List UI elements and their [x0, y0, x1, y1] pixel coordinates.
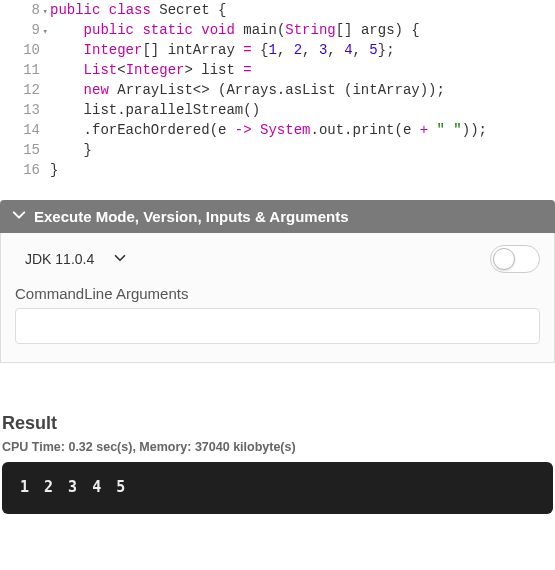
line-number: 12 [0, 80, 40, 100]
console-output: 1 2 3 4 5 [2, 462, 553, 514]
chevron-down-icon [12, 208, 26, 225]
code-line[interactable]: List<Integer> list = [50, 60, 555, 80]
code-line[interactable]: public class Secret { [50, 0, 555, 20]
result-meta: CPU Time: 0.32 sec(s), Memory: 37040 kil… [2, 440, 553, 454]
code-line[interactable]: Integer[] intArray = {1, 2, 3, 4, 5}; [50, 40, 555, 60]
line-number: 13 [0, 100, 40, 120]
code-area[interactable]: public class Secret { public static void… [50, 0, 555, 180]
jdk-version-dropdown[interactable]: JDK 11.0.4 [15, 247, 132, 271]
code-line[interactable]: } [50, 160, 555, 180]
line-number: 9▾ [0, 20, 40, 40]
code-editor[interactable]: 8▾9▾10111213141516 public class Secret {… [0, 0, 555, 180]
code-line[interactable]: public static void main(String[] args) { [50, 20, 555, 40]
line-number: 15 [0, 140, 40, 160]
result-title: Result [2, 413, 553, 434]
code-line[interactable]: new ArrayList<> (Arrays.asList (intArray… [50, 80, 555, 100]
line-number: 11 [0, 60, 40, 80]
execute-panel-body: JDK 11.0.4 CommandLine Arguments [0, 233, 555, 363]
args-field-label: CommandLine Arguments [15, 285, 540, 302]
toggle-knob [493, 248, 515, 270]
execute-panel-title: Execute Mode, Version, Inputs & Argument… [34, 208, 349, 225]
code-line[interactable]: .forEachOrdered(e -> System.out.print(e … [50, 120, 555, 140]
chevron-down-icon [114, 251, 126, 267]
code-line[interactable]: } [50, 140, 555, 160]
fold-marker-icon[interactable]: ▾ [43, 22, 48, 42]
commandline-arguments-input[interactable] [15, 308, 540, 344]
execute-panel-header[interactable]: Execute Mode, Version, Inputs & Argument… [0, 200, 555, 233]
line-number-gutter: 8▾9▾10111213141516 [0, 0, 50, 180]
interactive-toggle[interactable] [490, 245, 540, 273]
line-number: 8▾ [0, 0, 40, 20]
fold-marker-icon[interactable]: ▾ [43, 2, 48, 22]
code-line[interactable]: list.parallelStream() [50, 100, 555, 120]
line-number: 16 [0, 160, 40, 180]
jdk-version-label: JDK 11.0.4 [25, 251, 94, 267]
result-section: Result CPU Time: 0.32 sec(s), Memory: 37… [0, 413, 555, 514]
line-number: 14 [0, 120, 40, 140]
line-number: 10 [0, 40, 40, 60]
